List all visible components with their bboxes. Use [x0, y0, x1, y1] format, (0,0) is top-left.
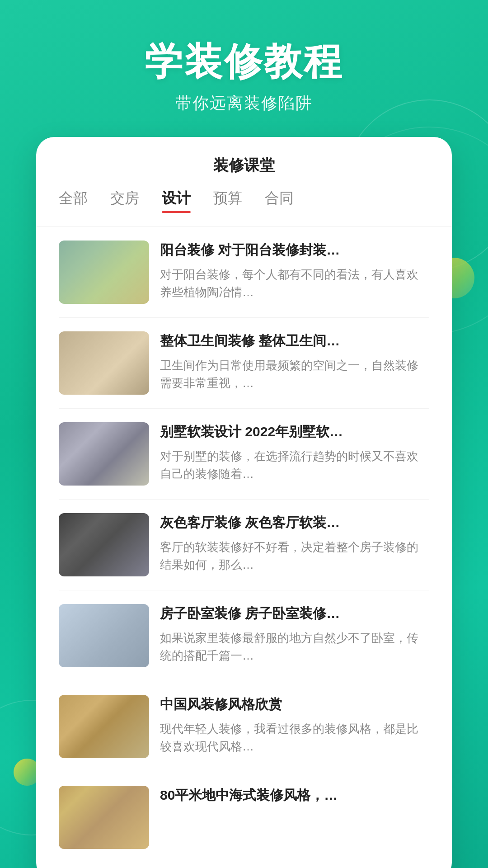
article-desc: 卫生间作为日常使用最频繁的空间之一，自然装修需要非常重视，…	[160, 357, 429, 392]
tab-合同[interactable]: 合同	[265, 189, 294, 213]
article-title: 阳台装修 对于阳台装修封装…	[160, 241, 429, 259]
article-content: 别墅软装设计 2022年别墅软…对于别墅的装修，在选择流行趋势的时候又不喜欢自己…	[149, 422, 429, 483]
tab-交房[interactable]: 交房	[110, 189, 139, 213]
tab-预算[interactable]: 预算	[213, 189, 242, 213]
article-desc: 如果说家里装修最舒服的地方自然少不了卧室，传统的搭配千篇一…	[160, 629, 429, 665]
article-desc: 现代年轻人装修，我看过很多的装修风格，都是比较喜欢现代风格…	[160, 720, 429, 755]
article-list: 阳台装修 对于阳台装修封装…对于阳台装修，每个人都有不同的看法，有人喜欢养些植物…	[36, 227, 452, 863]
article-title: 房子卧室装修 房子卧室装修…	[160, 604, 429, 623]
article-thumbnail	[59, 422, 149, 486]
article-content: 阳台装修 对于阳台装修封装…对于阳台装修，每个人都有不同的看法，有人喜欢养些植物…	[149, 241, 429, 301]
article-content: 灰色客厅装修 灰色客厅软装…客厅的软装装修好不好看，决定着整个房子装修的结果如何…	[149, 513, 429, 574]
main-card: 装修课堂 全部交房设计预算合同 阳台装修 对于阳台装修封装…对于阳台装修，每个人…	[36, 137, 452, 868]
article-item[interactable]: 别墅软装设计 2022年别墅软…对于别墅的装修，在选择流行趋势的时候又不喜欢自己…	[59, 409, 429, 500]
article-title: 别墅软装设计 2022年别墅软…	[160, 422, 429, 441]
article-content: 中国风装修风格欣赏现代年轻人装修，我看过很多的装修风格，都是比较喜欢现代风格…	[149, 695, 429, 755]
tab-bar: 全部交房设计预算合同	[36, 189, 452, 227]
article-item[interactable]: 整体卫生间装修 整体卫生间…卫生间作为日常使用最频繁的空间之一，自然装修需要非常…	[59, 318, 429, 409]
article-item[interactable]: 80平米地中海式装修风格，…	[59, 772, 429, 863]
header-title: 学装修教程	[0, 41, 488, 82]
article-title: 灰色客厅装修 灰色客厅软装…	[160, 513, 429, 532]
article-title: 80平米地中海式装修风格，…	[160, 786, 429, 805]
card-title: 装修课堂	[36, 155, 452, 189]
article-item[interactable]: 房子卧室装修 房子卧室装修…如果说家里装修最舒服的地方自然少不了卧室，传统的搭配…	[59, 590, 429, 681]
article-content: 80平米地中海式装修风格，…	[149, 786, 429, 811]
article-item[interactable]: 灰色客厅装修 灰色客厅软装…客厅的软装装修好不好看，决定着整个房子装修的结果如何…	[59, 500, 429, 590]
article-item[interactable]: 阳台装修 对于阳台装修封装…对于阳台装修，每个人都有不同的看法，有人喜欢养些植物…	[59, 227, 429, 318]
article-item[interactable]: 中国风装修风格欣赏现代年轻人装修，我看过很多的装修风格，都是比较喜欢现代风格…	[59, 681, 429, 772]
tab-设计[interactable]: 设计	[162, 189, 191, 213]
article-desc: 对于阳台装修，每个人都有不同的看法，有人喜欢养些植物陶冶情…	[160, 266, 429, 301]
article-thumbnail	[59, 786, 149, 849]
article-content: 整体卫生间装修 整体卫生间…卫生间作为日常使用最频繁的空间之一，自然装修需要非常…	[149, 331, 429, 392]
article-thumbnail	[59, 241, 149, 304]
header-subtitle: 带你远离装修陷阱	[0, 92, 488, 114]
article-title: 中国风装修风格欣赏	[160, 695, 429, 714]
article-desc: 客厅的软装装修好不好看，决定着整个房子装修的结果如何，那么…	[160, 538, 429, 574]
article-thumbnail	[59, 604, 149, 667]
article-thumbnail	[59, 695, 149, 758]
tab-全部[interactable]: 全部	[59, 189, 88, 213]
article-title: 整体卫生间装修 整体卫生间…	[160, 331, 429, 350]
article-thumbnail	[59, 513, 149, 576]
header: 学装修教程 带你远离装修陷阱	[0, 0, 488, 137]
article-desc: 对于别墅的装修，在选择流行趋势的时候又不喜欢自己的装修随着…	[160, 448, 429, 483]
article-thumbnail	[59, 331, 149, 395]
article-content: 房子卧室装修 房子卧室装修…如果说家里装修最舒服的地方自然少不了卧室，传统的搭配…	[149, 604, 429, 665]
